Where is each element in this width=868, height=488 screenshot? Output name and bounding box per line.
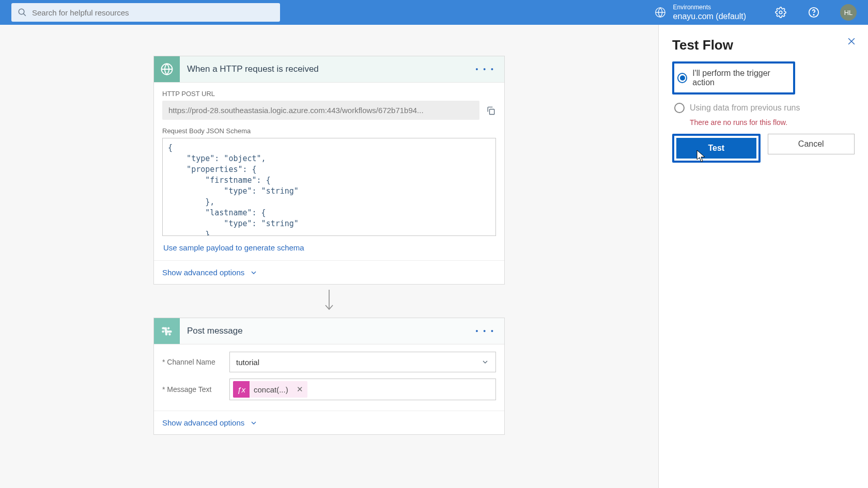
- schema-label: Request Body JSON Schema: [162, 127, 496, 135]
- environment-selector[interactable]: Environments enayu.com (default): [673, 4, 746, 21]
- topbar: Environments enayu.com (default) HL: [0, 0, 868, 25]
- environment-value: enayu.com (default): [673, 11, 746, 21]
- http-trigger-card: When a HTTP request is received • • • HT…: [153, 56, 505, 285]
- no-runs-hint: There are no runs for this flow.: [672, 118, 855, 127]
- post-message-card: Post message • • • * Channel Name tutori…: [153, 318, 505, 435]
- fx-icon: ƒx: [233, 381, 250, 398]
- post-menu-button[interactable]: • • •: [467, 327, 504, 335]
- environment-icon: [655, 7, 666, 18]
- url-label: HTTP POST URL: [162, 90, 496, 98]
- chevron-down-icon: [481, 358, 489, 366]
- message-text-input[interactable]: ƒx concat(...) ✕: [229, 379, 496, 400]
- post-advanced-toggle[interactable]: Show advanced options: [154, 411, 504, 434]
- sample-payload-link[interactable]: Use sample payload to generate schema: [162, 236, 496, 256]
- channel-name-dropdown[interactable]: tutorial: [229, 352, 496, 372]
- chevron-down-icon: [250, 419, 258, 427]
- slack-icon: [154, 318, 180, 344]
- channel-name-label: * Channel Name: [162, 358, 229, 366]
- settings-icon[interactable]: [775, 7, 786, 18]
- http-menu-button[interactable]: • • •: [467, 65, 504, 73]
- url-value: https://prod-28.southeastasia.logic.azur…: [162, 101, 479, 120]
- svg-point-3: [779, 11, 782, 14]
- close-panel-button[interactable]: [846, 36, 857, 46]
- http-title: When a HTTP request is received: [180, 64, 467, 74]
- http-icon: [154, 56, 180, 82]
- http-advanced-toggle[interactable]: Show advanced options: [154, 260, 504, 284]
- avatar[interactable]: HL: [840, 4, 857, 21]
- chevron-down-icon: [250, 269, 258, 277]
- flow-canvas: When a HTTP request is received • • • HT…: [0, 25, 658, 488]
- test-flow-panel: Test Flow I'll perform the trigger actio…: [658, 25, 868, 488]
- radio-icon: [674, 103, 685, 113]
- search-box[interactable]: [11, 3, 280, 22]
- copy-url-button[interactable]: [486, 105, 496, 116]
- svg-point-5: [813, 14, 814, 15]
- environment-label: Environments: [673, 4, 746, 11]
- test-button[interactable]: Test: [676, 138, 756, 159]
- radio-previous-runs: Using data from previous runs: [672, 99, 855, 117]
- svg-rect-7: [490, 109, 494, 114]
- svg-point-0: [19, 9, 24, 14]
- token-remove-button[interactable]: ✕: [292, 385, 307, 394]
- svg-line-1: [23, 13, 26, 16]
- panel-title: Test Flow: [672, 37, 855, 53]
- help-icon[interactable]: [808, 7, 819, 18]
- expression-token: ƒx concat(...) ✕: [233, 381, 307, 398]
- json-schema-editor[interactable]: { "type": "object", "properties": { "fir…: [162, 138, 496, 236]
- search-input[interactable]: [31, 8, 274, 18]
- search-icon: [18, 8, 27, 17]
- cancel-button[interactable]: Cancel: [768, 134, 855, 154]
- radio-icon: [677, 73, 687, 83]
- connector-arrow: [153, 285, 505, 318]
- message-text-label: * Message Text: [162, 385, 229, 393]
- post-title: Post message: [180, 326, 467, 336]
- radio-manual-trigger[interactable]: I'll perform the trigger action: [675, 65, 792, 91]
